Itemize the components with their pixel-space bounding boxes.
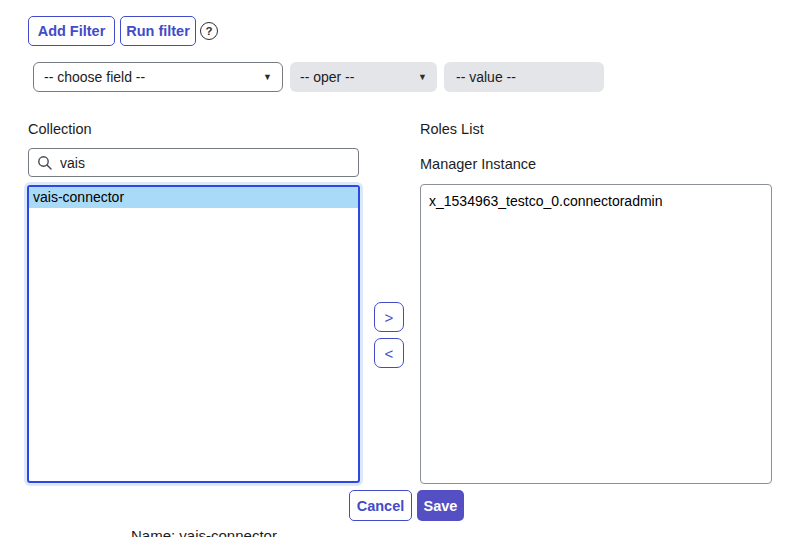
field-select[interactable]: -- choose field -- ▼ xyxy=(33,62,283,92)
chevron-down-icon: ▼ xyxy=(263,72,272,82)
chevron-right-icon: > xyxy=(385,309,394,326)
save-button[interactable]: Save xyxy=(417,490,464,521)
collection-search[interactable] xyxy=(28,148,359,177)
value-input[interactable] xyxy=(444,62,604,92)
operator-select-value: -- oper -- xyxy=(300,69,354,85)
record-name-text: Name: vais-connector xyxy=(131,527,277,537)
manager-instance-label: Manager Instance xyxy=(420,156,536,172)
collection-label: Collection xyxy=(28,121,92,137)
move-right-button[interactable]: > xyxy=(374,302,404,332)
roles-listbox[interactable]: x_1534963_testco_0.connectoradmin xyxy=(420,184,772,484)
operator-select[interactable]: -- oper -- ▼ xyxy=(290,62,437,92)
list-item[interactable]: vais-connector xyxy=(29,187,358,208)
chevron-left-icon: < xyxy=(385,345,394,362)
chevron-down-icon: ▼ xyxy=(418,72,427,82)
search-icon xyxy=(37,155,53,171)
collection-listbox[interactable]: vais-connector xyxy=(27,185,360,483)
run-filter-button[interactable]: Run filter xyxy=(120,16,196,46)
cancel-button[interactable]: Cancel xyxy=(349,490,412,521)
roles-list-label: Roles List xyxy=(420,121,484,137)
field-select-value: -- choose field -- xyxy=(44,69,145,85)
move-left-button[interactable]: < xyxy=(374,338,404,368)
help-icon[interactable]: ? xyxy=(200,22,218,40)
collection-search-input[interactable] xyxy=(60,155,350,171)
filter-roles-panel: Add Filter Run filter ? -- choose field … xyxy=(0,0,793,537)
list-item[interactable]: x_1534963_testco_0.connectoradmin xyxy=(421,185,771,212)
add-filter-button[interactable]: Add Filter xyxy=(28,16,115,46)
